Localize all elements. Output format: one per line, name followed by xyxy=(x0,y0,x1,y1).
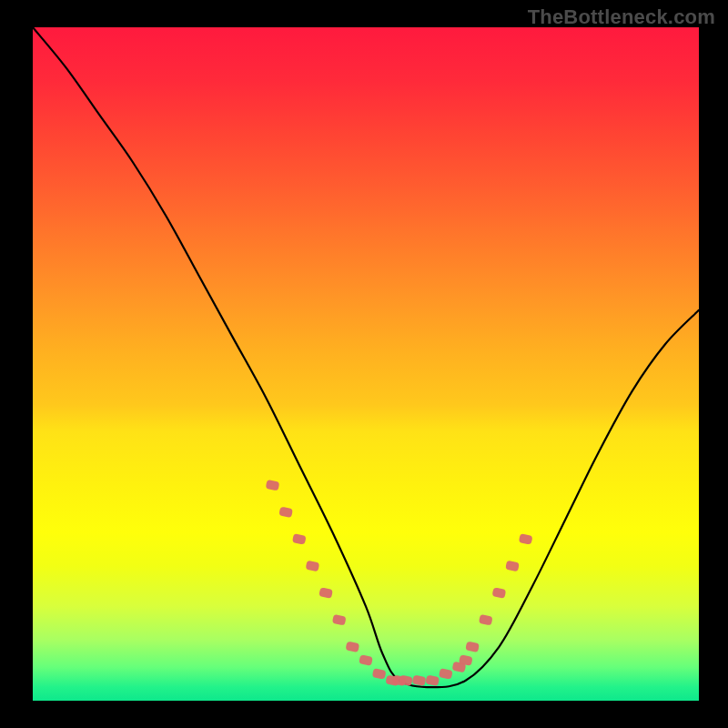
svg-rect-20 xyxy=(505,561,520,572)
svg-rect-8 xyxy=(372,668,387,680)
svg-rect-13 xyxy=(425,674,440,686)
svg-rect-1 xyxy=(278,506,293,518)
svg-rect-12 xyxy=(412,674,427,686)
plot-area xyxy=(33,27,699,701)
svg-rect-0 xyxy=(266,480,280,491)
watermark-text: TheBottleneck.com xyxy=(528,5,715,29)
curve-svg xyxy=(33,27,699,701)
svg-rect-3 xyxy=(306,561,320,572)
svg-rect-19 xyxy=(492,587,507,599)
svg-rect-2 xyxy=(292,533,307,545)
svg-rect-18 xyxy=(479,614,493,626)
svg-rect-5 xyxy=(332,614,347,626)
svg-rect-6 xyxy=(345,641,359,652)
curve-line xyxy=(33,27,699,687)
svg-rect-7 xyxy=(359,654,373,666)
svg-rect-21 xyxy=(519,533,533,545)
svg-rect-4 xyxy=(318,587,333,599)
svg-rect-14 xyxy=(439,668,453,680)
svg-rect-17 xyxy=(465,641,480,652)
chart-frame: TheBottleneck.com xyxy=(0,0,728,728)
